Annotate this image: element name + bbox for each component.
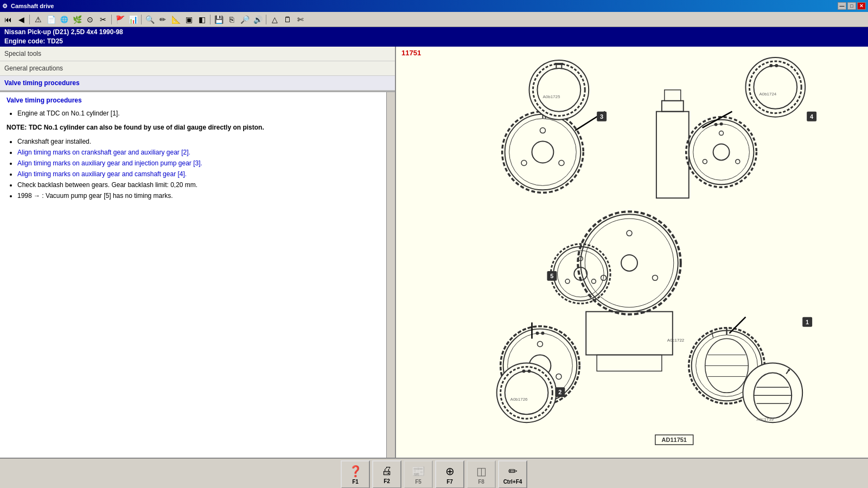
svg-point-24 xyxy=(720,123,723,126)
svg-point-25 xyxy=(714,123,718,126)
maximize-button[interactable]: □ xyxy=(847,2,856,10)
header-bar: Nissan Pick-up (D21) 2,5D 4x4 1990-98 En… xyxy=(0,27,868,47)
svg-text:4: 4 xyxy=(810,113,814,120)
content-body: Engine at TDC on No.1 cylinder [1]. NOTE… xyxy=(7,108,388,201)
copy-button[interactable]: ⎘ xyxy=(226,14,238,25)
svg-text:A0b1725: A0b1725 xyxy=(542,94,560,99)
f8-button: ◫ F8 xyxy=(467,460,496,488)
pencil-button[interactable]: ✏ xyxy=(157,14,169,25)
toolbar-separator-5 xyxy=(266,15,266,24)
toolbar-separator xyxy=(29,15,30,24)
bullet-4: Check backlash between gears. Gear backl… xyxy=(17,180,388,190)
svg-text:1: 1 xyxy=(806,319,809,325)
chart-button[interactable]: 📊 xyxy=(127,14,139,25)
svg-text:AD11751: AD11751 xyxy=(662,436,687,443)
f2-icon: 🖨 xyxy=(381,465,392,477)
nav-general-precautions[interactable]: General precautions xyxy=(0,61,395,76)
zoom-button[interactable]: 🔎 xyxy=(239,14,251,25)
main-content: Special tools General precautions Valve … xyxy=(0,47,868,458)
magnify-button[interactable]: 🔍 xyxy=(144,14,156,25)
intro-bullet: Engine at TDC on No.1 cylinder [1]. xyxy=(17,108,388,118)
titlebar: ⚙ Camshaft drive — □ ✕ xyxy=(0,0,868,12)
svg-text:A0b1724: A0b1724 xyxy=(759,92,776,97)
close-button[interactable]: ✕ xyxy=(857,2,866,10)
svg-point-70 xyxy=(769,64,773,67)
left-panel: Special tools General precautions Valve … xyxy=(0,47,396,458)
greenleaf-button[interactable]: 🌿 xyxy=(71,14,83,25)
flag-button[interactable]: 🚩 xyxy=(114,14,126,25)
svg-text:3: 3 xyxy=(600,113,603,120)
window-title: Camshaft drive xyxy=(11,3,54,9)
svg-point-77 xyxy=(528,369,531,373)
app-icon: ⚙ xyxy=(2,3,8,10)
bullet-1: Align timing marks on crankshaft gear an… xyxy=(17,147,388,157)
nav-prev-button[interactable]: ◀ xyxy=(15,14,27,25)
ruler-button[interactable]: 📐 xyxy=(170,14,182,25)
toolbar-separator-4 xyxy=(210,15,210,24)
content-section[interactable]: Valve timing procedures Engine at TDC on… xyxy=(0,91,395,458)
svg-point-85 xyxy=(788,369,790,371)
crankshaft-item: Crankshaft gear installed. xyxy=(17,137,388,146)
save-button[interactable]: 💾 xyxy=(213,14,225,25)
svg-point-79 xyxy=(743,363,802,422)
scrollbar[interactable] xyxy=(386,92,395,458)
nav-valve-timing[interactable]: Valve timing procedures xyxy=(0,76,395,91)
ctrlf4-icon: ✏ xyxy=(508,465,518,478)
right-panel: 11751 xyxy=(396,47,868,458)
bullet-3: Align timing marks on auxiliary gear and… xyxy=(17,169,388,179)
vehicle-line1: Nissan Pick-up (D21) 2,5D 4x4 1990-98 xyxy=(4,28,123,37)
ctrlf4-button[interactable]: ✏ Ctrl+F4 xyxy=(498,460,527,488)
box1-button[interactable]: ▣ xyxy=(183,14,195,25)
note-text: NOTE: TDC No.1 cylinder can also be foun… xyxy=(7,123,388,132)
vehicle-line2: Engine code: TD25 xyxy=(4,37,123,46)
cut-button[interactable]: ✄ xyxy=(295,14,307,25)
bullet-5: 1998 → : Vacuum pump gear [5] has no tim… xyxy=(17,191,388,201)
f1-icon: ❓ xyxy=(349,465,362,478)
nav-section: Special tools General precautions Valve … xyxy=(0,47,395,91)
diagram-number: 11751 xyxy=(401,49,421,57)
document-button[interactable]: 📄 xyxy=(45,14,57,25)
toolbar: ⏮ ◀ ⚠ 📄 🌐 🌿 ⊙ ✂ 🚩 📊 🔍 ✏ 📐 ▣ ◧ 💾 ⎘ 🔎 🔊 △ … xyxy=(0,12,868,27)
titlebar-left: ⚙ Camshaft drive xyxy=(2,3,54,10)
svg-rect-65 xyxy=(554,63,563,65)
f2-button[interactable]: 🖨 F2 xyxy=(372,460,401,488)
nav-first-button[interactable]: ⏮ xyxy=(2,14,14,25)
content-title: Valve timing procedures xyxy=(7,97,388,104)
svg-text:5: 5 xyxy=(550,273,553,279)
svg-point-73 xyxy=(497,363,557,422)
sound-button[interactable]: 🔊 xyxy=(252,14,264,25)
svg-text:A0c1739: A0c1739 xyxy=(756,417,774,422)
svg-text:A0c1722: A0c1722 xyxy=(667,338,685,343)
minimize-button[interactable]: — xyxy=(838,2,846,10)
image-button[interactable]: 🌐 xyxy=(58,14,70,25)
scissors-button[interactable]: ✂ xyxy=(97,14,109,25)
f7-button[interactable]: ⊕ F7 xyxy=(435,460,464,488)
nav-special-tools[interactable]: Special tools xyxy=(0,47,395,61)
svg-point-71 xyxy=(775,64,778,67)
notes-button[interactable]: 🗒 xyxy=(282,14,293,25)
circle-button[interactable]: ⊙ xyxy=(84,14,96,25)
warning-button[interactable]: ⚠ xyxy=(32,14,44,25)
toolbar-separator-3 xyxy=(141,15,142,24)
svg-text:2: 2 xyxy=(558,389,561,395)
svg-point-46 xyxy=(541,332,544,335)
box2-button[interactable]: ◧ xyxy=(196,14,208,25)
svg-point-76 xyxy=(522,369,526,373)
f8-icon: ◫ xyxy=(476,465,487,478)
delta-button[interactable]: △ xyxy=(269,14,280,25)
f1-button[interactable]: ❓ F1 xyxy=(341,460,370,488)
bottom-toolbar: ❓ F1 🖨 F2 📰 F5 ⊕ F7 ◫ F8 ✏ Ctrl+F4 xyxy=(0,458,868,488)
bullet-2: Align timing marks on auxiliary gear and… xyxy=(17,158,388,168)
svg-point-60 xyxy=(529,60,589,120)
svg-text:A0b1726: A0b1726 xyxy=(510,397,528,402)
svg-point-45 xyxy=(535,332,539,335)
titlebar-controls: — □ ✕ xyxy=(838,2,866,10)
f7-icon: ⊕ xyxy=(445,465,455,478)
f5-icon: 📰 xyxy=(412,465,425,478)
toolbar-separator-2 xyxy=(111,15,112,24)
diagram-svg: A0b1725 A0b1724 A0b1726 xyxy=(396,47,868,458)
f5-button: 📰 F5 xyxy=(404,460,433,488)
